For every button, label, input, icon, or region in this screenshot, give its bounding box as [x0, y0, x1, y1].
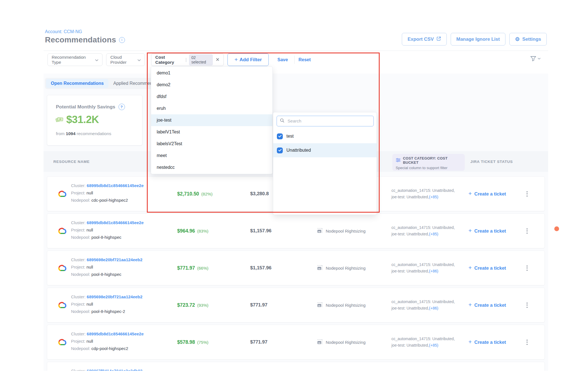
checked-checkbox-icon[interactable]: [277, 147, 283, 153]
viewport-mask: [44, 371, 548, 391]
recommendations-tabs: Open Recommendations Applied Recommendat…: [45, 78, 160, 89]
value-option[interactable]: Unattributed: [273, 143, 377, 157]
cluster-link[interactable]: 6895698e20bf721aa124eeb2: [87, 257, 143, 262]
info-icon[interactable]: i: [119, 37, 125, 43]
monthly-cost-cell: $1,157.96: [250, 214, 272, 248]
recommendation-type-cell: Nodepool Rightsizing: [317, 325, 366, 359]
nodepool-value: cdp-pool-highspec2: [92, 346, 128, 351]
gear-icon: ⚙: [515, 36, 520, 42]
table-row[interactable]: Cluster: 6895698e20bf721aa124eeb2 Projec…: [47, 288, 545, 322]
project-label: Project:: [71, 265, 85, 269]
value-option[interactable]: test: [273, 129, 377, 143]
filter-funnel-icon[interactable]: [530, 56, 541, 62]
create-ticket-button[interactable]: + Create a ticket: [468, 325, 506, 359]
rightsizing-icon: [317, 339, 323, 346]
recommendation-type-filter[interactable]: Recommendation Type: [47, 53, 102, 66]
close-icon[interactable]: ✕: [216, 57, 220, 63]
table-row[interactable]: Cluster: 68995db8d1c854666145ee2e Projec…: [47, 325, 545, 360]
cost-category-more-link[interactable]: (+86): [429, 269, 438, 273]
cluster-link[interactable]: 68995db8d1c854666145ee2e: [87, 331, 144, 336]
cost-category-more-link[interactable]: (+85): [429, 343, 438, 347]
project-value: null: [86, 190, 93, 195]
kebab-menu-icon[interactable]: [522, 325, 532, 359]
cost-category-more-link[interactable]: (+86): [429, 306, 438, 310]
cost-bucket-option[interactable]: demo1: [151, 67, 272, 79]
save-filter-link[interactable]: Save: [277, 53, 288, 66]
monthly-cost-cell: $3,280.8: [250, 177, 269, 211]
table-row[interactable]: Cluster: 6895698e20bf721aa124eeb2 Projec…: [47, 251, 545, 285]
recommendation-type-cell: Nodepool Rightsizing: [317, 214, 366, 248]
potential-savings-card: Potential Monthly Savings ? $31.2K from …: [47, 95, 142, 146]
kebab-menu-icon[interactable]: [522, 288, 532, 322]
export-csv-button[interactable]: Export CSV: [402, 33, 447, 46]
checked-checkbox-icon[interactable]: [277, 133, 283, 139]
savings-percent: (83%): [197, 229, 208, 233]
help-icon[interactable]: ?: [118, 104, 125, 110]
add-filter-button[interactable]: + Add Filter: [227, 53, 269, 66]
cluster-link[interactable]: 68995db8d1c854666145ee2e: [87, 220, 144, 225]
cost-category-cell: cc_automation_14715: Unattributed, joe-t…: [391, 325, 455, 359]
cost-category-cell: cc_automation_14715: Unattributed, joe-t…: [391, 214, 455, 248]
column-header-cost-category: COST CATEGORY: COST BUCKET Special colum…: [392, 154, 465, 171]
plus-icon: +: [234, 56, 238, 63]
savings-amount: $723.72: [177, 302, 195, 308]
cost-bucket-option[interactable]: labelV1Test: [151, 126, 272, 138]
cost-category-more-link[interactable]: (+85): [429, 232, 438, 236]
search-input[interactable]: [287, 118, 370, 124]
cost-bucket-option[interactable]: dfdsf: [151, 91, 272, 103]
settings-button[interactable]: ⚙ Settings: [509, 33, 547, 46]
recommendation-type-label: Nodepool Rightsizing: [326, 340, 366, 345]
rightsizing-icon: [317, 228, 323, 235]
breadcrumb[interactable]: Account: CCM-NG: [45, 29, 82, 34]
cost-bucket-option[interactable]: eruh: [151, 103, 272, 114]
create-ticket-button[interactable]: + Create a ticket: [468, 251, 506, 285]
savings-value: $31.2K: [66, 114, 99, 126]
nodepool-label: Nodepool:: [71, 272, 90, 277]
cost-bucket-option[interactable]: labelsV2Test: [151, 138, 272, 150]
kebab-menu-icon[interactable]: [522, 177, 532, 211]
kebab-menu-icon[interactable]: [522, 251, 532, 285]
savings-percent: (82%): [201, 192, 213, 196]
reset-filter-link[interactable]: Reset: [298, 53, 311, 66]
cost-bucket-option[interactable]: nestedcc: [151, 162, 272, 173]
column-header-jira-status: JIRA TICKET STATUS: [470, 160, 513, 164]
resource-details: Cluster: 68995db8d1c854666145ee2e Projec…: [71, 182, 144, 204]
table-row[interactable]: Cluster: 68995db8d1c854666145ee2e Projec…: [47, 213, 545, 248]
create-ticket-button[interactable]: + Create a ticket: [468, 214, 506, 248]
savings-card-title: Potential Monthly Savings: [56, 104, 115, 110]
savings-percent: (75%): [197, 340, 208, 345]
kebab-menu-icon[interactable]: [522, 214, 532, 248]
cluster-label: Cluster:: [71, 183, 86, 188]
cost-category-header-subtitle: Special column to support filter: [396, 166, 461, 170]
manage-ignore-list-button[interactable]: Manage Ignore List: [451, 33, 505, 46]
project-label: Project:: [71, 339, 85, 344]
value-option-label: Unattributed: [286, 148, 311, 153]
add-filter-label: Add Filter: [240, 57, 262, 63]
cluster-link[interactable]: 68995db8d1c854666145ee2e: [87, 183, 144, 188]
cloud-provider-filter[interactable]: Cloud Provider: [106, 53, 145, 66]
cost-category-more-link[interactable]: (+85): [429, 195, 438, 199]
cost-category-filter-chip[interactable]: Cost Category | 02 selected ✕: [151, 53, 224, 66]
cost-bucket-option[interactable]: demo2: [151, 79, 272, 91]
tab-open-recommendations[interactable]: Open Recommendations: [46, 79, 108, 88]
savings-amount: $964.96: [177, 228, 195, 234]
cluster-label: Cluster:: [71, 331, 86, 336]
savings-amount: $771.97: [177, 265, 195, 271]
savings-subtitle: from 1094 recommendations: [56, 131, 111, 136]
monthly-cost-cell: $771.97: [250, 288, 267, 322]
nodepool-value: pool-8-highspec: [92, 272, 122, 277]
nodepool-label: Nodepool:: [71, 309, 90, 314]
cost-category-header-title: COST CATEGORY: COST BUCKET: [403, 156, 461, 165]
chip-separator: |: [185, 57, 186, 62]
cost-bucket-option[interactable]: meet: [151, 150, 272, 162]
cost-bucket-option[interactable]: joe-test: [151, 114, 272, 126]
recommendations-page: Account: CCM-NG Recommendations i Export…: [0, 0, 588, 391]
create-ticket-button[interactable]: + Create a ticket: [468, 177, 506, 211]
gcp-cloud-icon: [56, 227, 67, 236]
search-icon: [280, 118, 284, 124]
rightsizing-icon: [317, 265, 323, 272]
cluster-link[interactable]: 6895698e20bf721aa124eeb2: [87, 294, 143, 299]
create-ticket-button[interactable]: + Create a ticket: [468, 288, 506, 322]
project-value: null: [86, 228, 93, 232]
create-ticket-label: Create a ticket: [474, 303, 506, 308]
